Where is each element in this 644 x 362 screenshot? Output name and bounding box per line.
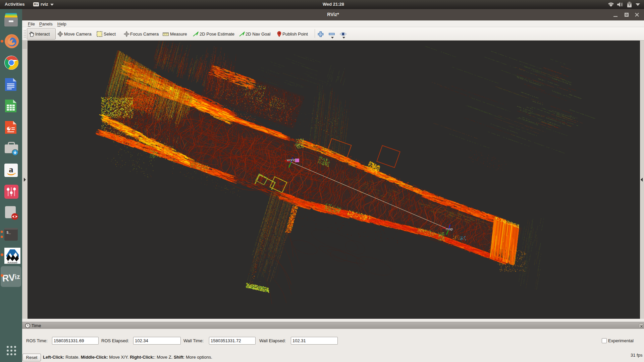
svg-text:RV: RV [34, 3, 38, 6]
svg-text:a: a [9, 165, 13, 174]
svg-text:iz: iz [14, 273, 20, 281]
svg-text:RV: RV [2, 272, 15, 284]
svg-text:Autoware: Autoware [7, 261, 17, 264]
svg-text:$_: $_ [6, 231, 11, 235]
